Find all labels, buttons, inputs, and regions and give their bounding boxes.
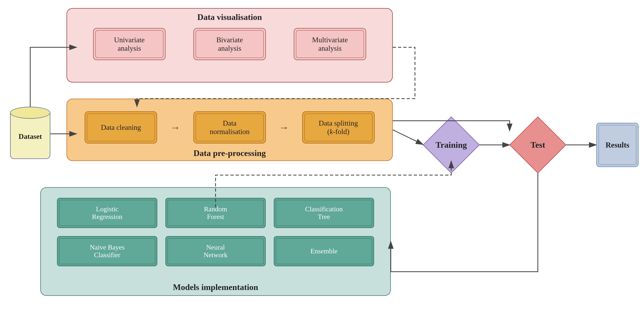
logistic-regression-label: LogisticRegression [92, 205, 122, 221]
multivariate-label: Multivariateanalysis [312, 36, 348, 52]
dataset-cylinder: Dataset [10, 107, 50, 161]
neural-network-box: NeuralNetwork [166, 236, 266, 266]
bivariate-analysis-box: Bivariateanalysis [194, 28, 266, 60]
naive-bayes-box: Naive BayesClassifier [57, 236, 157, 266]
data-pre-title: Data pre-processing [67, 148, 392, 158]
data-vis-title: Data visualisation [67, 12, 392, 22]
naive-bayes-label: Naive BayesClassifier [90, 244, 125, 259]
diagram-container: Data visualisation Univariateanalysis Bi… [0, 0, 644, 320]
data-visualisation-box: Data visualisation Univariateanalysis Bi… [66, 8, 393, 82]
data-splitting-box: Data splitting(k-fold) [302, 111, 375, 143]
classification-tree-label: ClassificationTree [305, 205, 343, 221]
data-normalisation-label: Datanormalisation [210, 119, 250, 136]
ensemble-label: Ensemble [310, 247, 338, 255]
ensemble-box: Ensemble [274, 236, 374, 266]
results-label: Results [606, 140, 629, 149]
data-splitting-label: Data splitting(k-fold) [319, 119, 358, 136]
dataset-label: Dataset [12, 132, 48, 141]
data-normalisation-box: Datanormalisation [194, 111, 266, 143]
arrow-cleaning-to-norm: → [170, 122, 180, 133]
data-pre-items: Data cleaning → Datanormalisation → Data… [67, 105, 392, 143]
models-implementation-box: LogisticRegression RandomForest Classifi… [40, 187, 391, 296]
arrow-test-to-models [391, 173, 538, 272]
logistic-regression-box: LogisticRegression [57, 198, 157, 228]
training-diamond: Training [423, 117, 480, 173]
models-grid: LogisticRegression RandomForest Classifi… [41, 188, 390, 282]
neural-network-label: NeuralNetwork [204, 244, 228, 259]
multivariate-analysis-box: Multivariateanalysis [294, 28, 366, 60]
data-vis-items: Univariateanalysis Bivariateanalysis Mul… [67, 28, 392, 60]
data-cleaning-box: Data cleaning [84, 111, 157, 143]
test-label: Test [530, 140, 545, 150]
univariate-label: Univariateanalysis [114, 36, 145, 52]
classification-tree-box: ClassificationTree [274, 198, 374, 228]
data-preprocessing-box: Data cleaning → Datanormalisation → Data… [66, 99, 393, 161]
arrow-splitting-to-training [393, 130, 423, 144]
test-diamond: Test [510, 117, 566, 173]
cylinder-top [10, 107, 50, 119]
models-title: Models implementation [41, 282, 390, 292]
arrow-norm-to-split: → [279, 122, 289, 133]
bivariate-label: Bivariateanalysis [216, 36, 243, 52]
random-forest-box: RandomForest [166, 198, 266, 228]
data-cleaning-label: Data cleaning [101, 123, 141, 132]
univariate-analysis-box: Univariateanalysis [93, 28, 166, 60]
training-label: Training [436, 140, 467, 150]
random-forest-label: RandomForest [204, 205, 227, 221]
results-box: Results [596, 123, 638, 167]
